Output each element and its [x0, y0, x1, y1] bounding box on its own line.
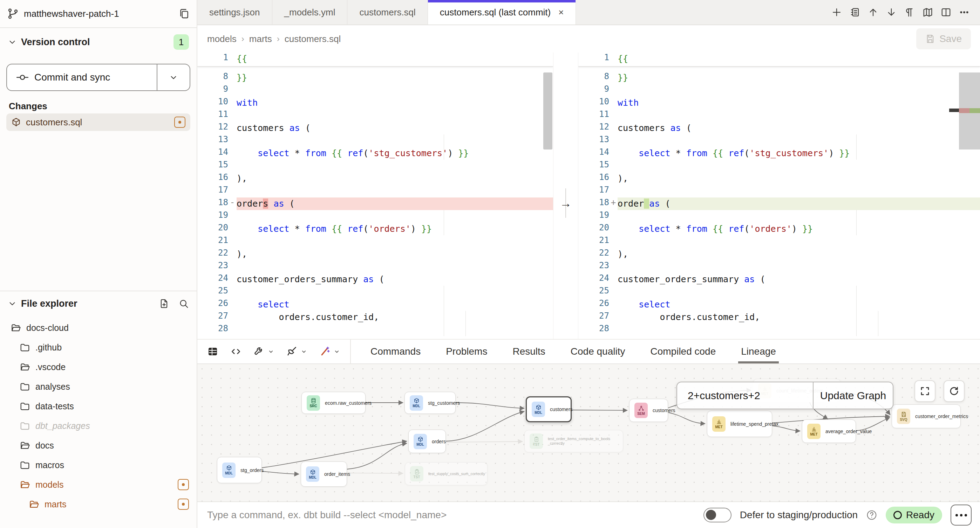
plus-icon[interactable] [831, 7, 842, 17]
chevron-down-icon[interactable] [301, 348, 307, 355]
defer-toggle[interactable] [703, 508, 732, 522]
lineage-node-test-supply[interactable]: TSTtest_supply_costs_sum_correctly [405, 462, 488, 485]
lineage-node-stg-customers[interactable]: MDLstg_customers [404, 392, 456, 414]
lineage-node-test-order-items[interactable]: TSTtest_order_items_compute_to_bools _co… [524, 430, 623, 452]
diff-pane-original[interactable]: 1 {{ 8}}910with1112customers as (1314 se… [197, 52, 553, 339]
arrow-up-icon[interactable] [868, 7, 878, 17]
outline-icon[interactable] [850, 7, 860, 17]
panel-tab-problems[interactable]: Problems [433, 339, 500, 363]
node-title: ecom.raw_customers [325, 400, 372, 406]
sidebar-item-dbt-packages[interactable]: dbt_packages [0, 416, 197, 436]
tab-customers-sql-last-commit-[interactable]: customers.sql (last commit)× [428, 0, 576, 24]
met-node-icon: MET [807, 424, 821, 439]
update-graph-button[interactable]: Update Graph [813, 382, 893, 409]
results-table-button[interactable] [207, 346, 218, 357]
diff-pane-modified[interactable]: 1 {{ 8}}910with1112customers as (1314 se… [578, 52, 980, 339]
more-icon[interactable] [959, 7, 969, 17]
split-view-icon[interactable] [941, 7, 951, 17]
code-line: 25 [578, 286, 980, 298]
lineage-node-orders[interactable]: MDLorders [408, 430, 446, 453]
lineage-canvas[interactable]: SRCecom.raw_customersMDLstg_customersMDL… [197, 364, 980, 501]
format-broom-button[interactable] [286, 346, 307, 357]
version-control-header[interactable]: Version control 1 [0, 31, 197, 53]
node-title: orders [432, 439, 446, 444]
ai-fix-wand-button[interactable] [319, 346, 340, 357]
code-line: 15 [197, 160, 553, 172]
panel-tab-lineage[interactable]: Lineage [728, 339, 789, 363]
arrow-down-icon[interactable] [886, 7, 897, 17]
help-icon[interactable] [866, 509, 877, 521]
revert-change-arrow-icon[interactable]: → [553, 195, 578, 211]
tab-settings-json[interactable]: settings.json [197, 0, 272, 24]
breadcrumb-item[interactable]: models [207, 33, 237, 44]
lineage-edge-order_items-to-orders [347, 443, 407, 469]
fullscreen-button[interactable] [915, 380, 935, 402]
sidebar-item-github[interactable]: .github [0, 338, 197, 357]
code-line: 11 [197, 109, 553, 122]
lineage-node-average-order-value[interactable]: METaverage_order_value [802, 419, 856, 443]
lineage-node-stg-orders[interactable]: MDLstg_orders [217, 457, 262, 483]
lineage-node-customers-model[interactable]: MDLcustomers [526, 396, 572, 422]
sidebar-item-macros[interactable]: macros [0, 455, 197, 475]
chevron-down-icon[interactable] [267, 348, 274, 355]
new-file-icon[interactable] [159, 298, 169, 309]
close-tab-icon[interactable]: × [558, 7, 563, 18]
save-button[interactable]: Save [916, 29, 971, 49]
folder-open-icon [11, 322, 21, 333]
folder-closed-icon [20, 420, 30, 431]
commit-options-caret[interactable] [157, 64, 189, 90]
pilcrow-icon[interactable] [904, 7, 915, 17]
panel-tab-compiled-code[interactable]: Compiled code [638, 339, 728, 363]
minimap-added-marker [969, 108, 980, 113]
folder-open-icon [20, 440, 30, 450]
tab-label: settings.json [209, 7, 260, 18]
code-line: 18+order as ( [578, 197, 980, 210]
sidebar-item-docs[interactable]: docs [0, 436, 197, 455]
breadcrumb-item[interactable]: marts [249, 33, 272, 44]
refresh-graph-button[interactable] [943, 380, 964, 402]
tab-customers-sql[interactable]: customers.sql [347, 0, 428, 24]
code-line: 9 [197, 84, 553, 97]
lineage-node-customers-semantic[interactable]: SEMcustomers [629, 399, 668, 422]
tab--models-yml[interactable]: _models.yml [272, 0, 348, 24]
fullscreen-icon [920, 386, 930, 396]
code-button[interactable] [230, 346, 242, 357]
changed-file-row[interactable]: customers.sql [6, 113, 190, 131]
copy-branch-icon[interactable] [178, 8, 189, 19]
sidebar-item-marts[interactable]: marts [0, 495, 197, 514]
lineage-selector-input[interactable]: 2+customers+2 [677, 382, 813, 409]
command-input[interactable]: Type a command, ex. dbt build --select <… [207, 509, 703, 521]
chevron-down-icon[interactable] [333, 348, 340, 355]
lineage-node-order-items[interactable]: MDLorder_items [301, 461, 347, 487]
file-explorer-title: File explorer [21, 298, 159, 309]
search-icon[interactable] [178, 298, 189, 309]
build-wrench-button[interactable] [253, 346, 274, 357]
left-scrollbar-thumb[interactable] [543, 73, 552, 149]
code-lines-modified: 8}}910with1112customers as (1314 select … [578, 71, 980, 336]
panel-tab-results[interactable]: Results [500, 339, 558, 363]
dbt-ide-app: matthewshaver-patch-1 Version control 1 … [0, 0, 980, 528]
diff-editor[interactable]: 1 {{ 8}}910with1112customers as (1314 se… [197, 52, 980, 339]
sidebar-item-data-tests[interactable]: data-tests [0, 396, 197, 416]
panel-tab-commands[interactable]: Commands [358, 339, 433, 363]
more-options-button[interactable] [951, 504, 972, 526]
chevron-down-icon [8, 299, 17, 308]
commit-and-sync-button[interactable]: Commit and sync [6, 64, 190, 91]
panel-tab-code-quality[interactable]: Code quality [558, 339, 638, 363]
status-text: Ready [906, 509, 934, 521]
lineage-node-ecom-raw-customers[interactable]: SRCecom.raw_customers [301, 392, 366, 414]
mdl-node-icon: MDL [222, 463, 235, 478]
lineage-edge-orders-to-test_order_items [446, 441, 523, 442]
sidebar-item-models[interactable]: models [0, 475, 197, 495]
sidebar-item-analyses[interactable]: analyses [0, 377, 197, 396]
map-icon[interactable] [923, 7, 933, 17]
file-tree: docs-cloud.github.vscodeanalysesdata-tes… [0, 316, 197, 516]
breadcrumb-item[interactable]: customers.sql [285, 33, 341, 44]
sidebar-item-docs-cloud[interactable]: docs-cloud [0, 318, 197, 338]
sidebar-item-vscode[interactable]: .vscode [0, 357, 197, 377]
file-explorer-header[interactable]: File explorer [0, 291, 197, 316]
mdl-node-icon: MDL [414, 434, 427, 449]
lineage-node-lifetime-spend-pretax[interactable]: METlifetime_spend_pretax [707, 411, 772, 437]
node-title: order_items [324, 471, 350, 477]
lineage-node-customer-order-metrics[interactable]: SVQcustomer_order_metrics [892, 404, 961, 428]
